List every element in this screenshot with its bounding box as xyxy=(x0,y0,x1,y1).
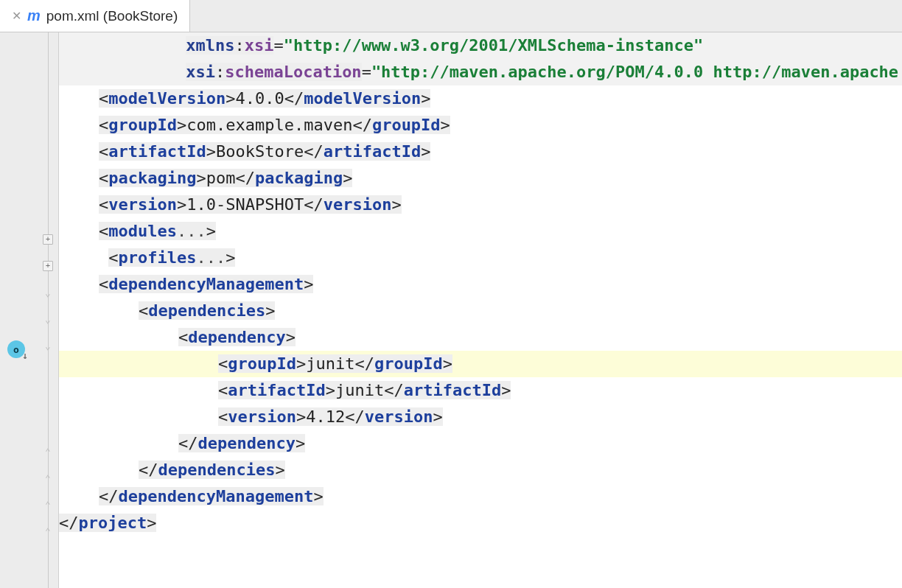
inspection-action[interactable]: o ↓ xyxy=(7,340,25,358)
file-tab[interactable]: ✕ m pom.xml (BookStore) xyxy=(0,0,190,32)
code-line: <artifactId>BookStore</artifactId> xyxy=(59,139,902,165)
left-gutter: o ↓ xyxy=(0,32,38,588)
code-line: <packaging>pom</packaging> xyxy=(59,165,902,192)
fold-region-end-icon[interactable]: ⌃ xyxy=(43,473,53,483)
code-editor[interactable]: 💡 xmlns:xsi="http://www.w3.org/2001/XMLS… xyxy=(59,32,902,588)
code-line: </dependencies> xyxy=(59,457,902,483)
code-line: xsi:schemaLocation="http://maven.apache.… xyxy=(59,59,902,85)
code-line: </dependencyManagement> xyxy=(59,483,902,510)
fold-region-end-icon[interactable]: ⌃ xyxy=(43,500,53,510)
code-line: <version>4.12</version> xyxy=(59,404,902,430)
fold-region-end-icon[interactable]: ⌃ xyxy=(43,526,53,536)
code-line: <dependency> xyxy=(59,324,902,351)
code-line: <modelVersion>4.0.0</modelVersion> xyxy=(59,85,902,112)
fold-gutter: + + ⌄ ⌄ ⌄ ⌃ ⌃ ⌃ ⌃ xyxy=(38,32,59,588)
fold-region-icon[interactable]: ⌄ xyxy=(43,287,53,298)
fold-expand-icon[interactable]: + xyxy=(43,234,53,245)
fold-region-icon[interactable]: ⌄ xyxy=(43,314,53,324)
inspection-icon: o ↓ xyxy=(7,340,25,358)
maven-file-icon: m xyxy=(27,7,41,24)
tab-bar: ✕ m pom.xml (BookStore) xyxy=(0,0,902,32)
fold-expand-icon[interactable]: + xyxy=(43,261,53,271)
code-line: <artifactId>junit</artifactId> xyxy=(59,377,902,404)
code-line: <profiles...> xyxy=(59,245,902,271)
code-line: <dependencies> xyxy=(59,298,902,324)
code-line: <version>1.0-SNAPSHOT</version> xyxy=(59,192,902,218)
close-icon[interactable]: ✕ xyxy=(12,9,21,23)
fold-region-icon[interactable]: ⌄ xyxy=(43,340,53,351)
code-line: </dependency> xyxy=(59,430,902,457)
code-line-current: <groupId>junit</groupId> xyxy=(59,351,902,377)
code-line: <modules...> xyxy=(59,218,902,245)
code-line: <groupId>com.example.maven</groupId> xyxy=(59,112,902,139)
fold-region-end-icon[interactable]: ⌃ xyxy=(43,447,53,457)
code-line: xmlns:xsi="http://www.w3.org/2001/XMLSch… xyxy=(59,32,902,59)
download-arrow-icon: ↓ xyxy=(22,350,28,361)
code-line: </project> xyxy=(59,510,902,536)
editor-workspace: o ↓ + + ⌄ ⌄ ⌄ ⌃ ⌃ ⌃ ⌃ 💡 xmlns:xsi="http:… xyxy=(0,32,902,588)
code-line: <dependencyManagement> xyxy=(59,271,902,298)
file-tab-title: pom.xml (BookStore) xyxy=(46,8,178,24)
